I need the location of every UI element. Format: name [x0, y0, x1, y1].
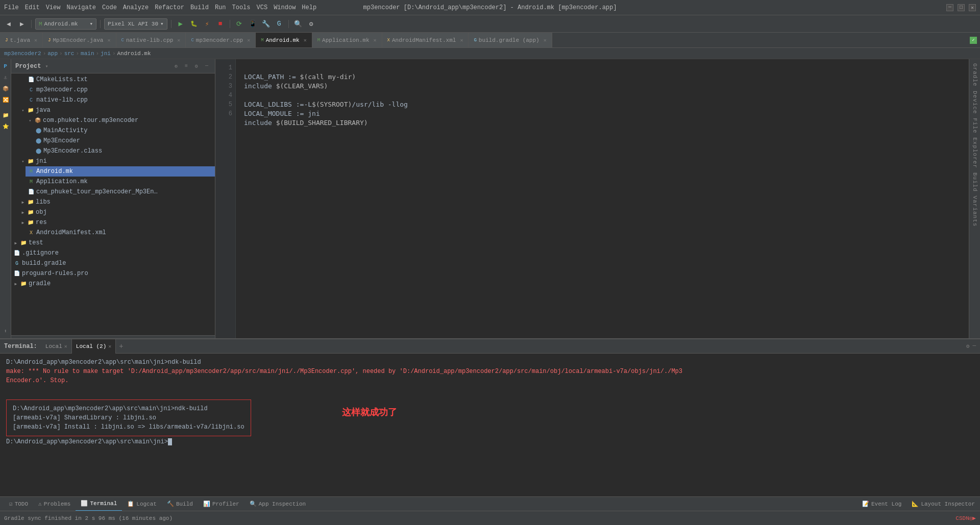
- breadcrumb-jni[interactable]: jni: [101, 51, 111, 57]
- sdk-button[interactable]: 🔧: [260, 18, 272, 30]
- bottom-tab-problems[interactable]: ⚠ Problems: [33, 497, 76, 511]
- menu-view[interactable]: View: [46, 4, 61, 11]
- left-icon-4[interactable]: 📁: [1, 110, 11, 120]
- tab-androidmanifest-xml[interactable]: X AndroidManifest.xml ✕: [382, 33, 469, 48]
- tree-item-mp3encoder-cpp[interactable]: C mp3encoder.cpp: [26, 85, 215, 95]
- tree-item-java-folder[interactable]: ▾ 📁 java: [18, 105, 215, 115]
- panel-tool-scope[interactable]: ⊕: [172, 62, 180, 70]
- menu-refactor[interactable]: Refactor: [155, 4, 184, 11]
- breadcrumb-src[interactable]: src: [64, 51, 75, 57]
- menu-navigate[interactable]: Navigate: [66, 4, 96, 11]
- tree-item-gradle-folder[interactable]: ▶ 📁 gradle: [11, 279, 215, 289]
- tab-build-gradle-app[interactable]: G build.gradle (app) ✕: [469, 33, 552, 48]
- right-sidebar-gradle[interactable]: Gradle: [971, 61, 979, 89]
- menu-vcs[interactable]: VCS: [257, 4, 268, 11]
- tree-item-package[interactable]: ▾ 📦 com.phuket.tour.mp3encoder: [26, 115, 215, 126]
- close-tab-native-lib-cpp[interactable]: ✕: [177, 37, 180, 43]
- close-tab-androidmanifest-xml[interactable]: ✕: [460, 37, 463, 43]
- tree-item-build-gradle[interactable]: G build.gradle: [11, 258, 215, 268]
- left-icon-6[interactable]: ⬆: [1, 326, 11, 336]
- csdn-label[interactable]: CSDN◎▶: [955, 515, 976, 521]
- tree-item-jni-header[interactable]: 📄 com_phuket_tour_mp3encoder_Mp3Enco...: [26, 187, 215, 197]
- right-sidebar-device-file-explorer[interactable]: Device File Explorer: [971, 89, 979, 170]
- tree-item-androidmanifest[interactable]: X AndroidManifest.xml: [26, 228, 215, 238]
- close-tab-build-gradle-app[interactable]: ✕: [544, 37, 547, 43]
- gradle-sync-status[interactable]: Gradle sync finished in 2 s 96 ms (16 mi…: [4, 515, 173, 521]
- bottom-tab-layout-inspector[interactable]: 📐 Layout Inspector: [906, 497, 980, 511]
- bottom-tab-build[interactable]: 🔨 Build: [162, 497, 198, 511]
- debug-button[interactable]: 🐛: [188, 18, 200, 30]
- tree-item-mp3encoder-class[interactable]: ⬤ Mp3Encoder: [33, 136, 215, 146]
- code-editor[interactable]: 1 2 3 4 5 6 LOCAL_PATH := $(call my-dir)…: [215, 59, 969, 338]
- close-tab-mp3encoder-java[interactable]: ✕: [107, 37, 110, 43]
- tab-mp3encoder-java[interactable]: J Mp3Encoder.java ✕: [43, 33, 116, 48]
- left-icon-5[interactable]: ⭐: [1, 121, 11, 132]
- minimize-button[interactable]: ─: [946, 4, 953, 11]
- bottom-tab-terminal[interactable]: ⬜ Terminal: [76, 497, 122, 511]
- close-tab-application-mk[interactable]: ✕: [374, 37, 377, 43]
- close-terminal-tab-local[interactable]: ✕: [64, 343, 67, 349]
- left-icon-project[interactable]: P: [1, 61, 11, 71]
- menu-file[interactable]: File: [4, 4, 19, 11]
- terminal-tab-local2[interactable]: Local (2) ✕: [72, 339, 116, 354]
- tree-item-mainactivity[interactable]: ⬤ MainActivity: [33, 126, 215, 136]
- breadcrumb-app[interactable]: app: [47, 51, 58, 57]
- tree-item-proguard[interactable]: 📄 proguard-rules.pro: [11, 268, 215, 279]
- menu-help[interactable]: Help: [302, 4, 316, 11]
- menu-tools[interactable]: Tools: [232, 4, 251, 11]
- file-dropdown[interactable]: M Android.mk ▾: [35, 18, 96, 30]
- tree-item-native-lib[interactable]: C native-lib.cpp: [26, 95, 215, 105]
- terminal-settings-button[interactable]: ⚙: [966, 343, 970, 349]
- search-everywhere-button[interactable]: 🔍: [292, 18, 304, 30]
- tree-item-res-folder[interactable]: ▶ 📁 res: [18, 217, 215, 228]
- bottom-tab-profiler[interactable]: 📊 Profiler: [198, 497, 244, 511]
- close-tab-t-java[interactable]: ✕: [34, 37, 37, 43]
- tab-t-java[interactable]: J t.java ✕: [0, 33, 43, 48]
- settings-button[interactable]: ⚙: [306, 18, 317, 30]
- menu-code[interactable]: Code: [102, 4, 117, 11]
- right-sidebar-build-variants[interactable]: Build Variants: [971, 170, 979, 229]
- close-tab-mp3encoder-cpp[interactable]: ✕: [247, 37, 250, 43]
- bottom-tab-todo[interactable]: ☑ TODO: [4, 497, 33, 511]
- left-icon-2[interactable]: 📦: [1, 84, 11, 94]
- tab-android-mk[interactable]: M Android.mk ✕: [256, 33, 312, 48]
- terminal-hide-button[interactable]: ─: [972, 343, 976, 349]
- config-dropdown[interactable]: Pixel XL API 30 ▾: [104, 18, 167, 30]
- tab-application-mk[interactable]: M Application.mk ✕: [312, 33, 382, 48]
- panel-tool-settings[interactable]: ⚙: [192, 62, 201, 70]
- tree-item-obj-folder[interactable]: ▶ 📁 obj: [18, 207, 215, 217]
- close-tab-android-mk[interactable]: ✕: [304, 37, 307, 43]
- run-button[interactable]: ▶: [175, 18, 186, 30]
- tree-item-test-folder[interactable]: ▶ 📁 test: [11, 238, 215, 248]
- tree-item-mp3encoder-classfile[interactable]: ⬤ Mp3Encoder.class: [33, 146, 215, 156]
- restore-button[interactable]: □: [958, 4, 965, 11]
- left-icon-1[interactable]: ⚓: [1, 72, 11, 83]
- menu-run[interactable]: Run: [215, 4, 226, 11]
- stop-button[interactable]: ■: [215, 18, 226, 30]
- tree-item-cmakelists[interactable]: 📄 CMakeLists.txt: [26, 74, 215, 85]
- tree-item-android-mk[interactable]: M Android.mk: [26, 166, 215, 177]
- breadcrumb-main[interactable]: main: [81, 51, 94, 57]
- menu-bar[interactable]: File Edit View Navigate Code Analyze Ref…: [4, 4, 316, 11]
- close-terminal-tab-local2[interactable]: ✕: [108, 343, 111, 349]
- panel-tool-hide[interactable]: ─: [203, 62, 211, 70]
- tree-item-application-mk[interactable]: M Application.mk: [26, 177, 215, 187]
- menu-analyze[interactable]: Analyze: [123, 4, 149, 11]
- breadcrumb-project[interactable]: mp3encoder2: [4, 51, 41, 57]
- panel-dropdown-arrow[interactable]: ▾: [45, 63, 48, 69]
- terminal-tab-local[interactable]: Local ✕: [41, 339, 72, 354]
- sync-button[interactable]: ⟳: [234, 18, 245, 30]
- bottom-tab-event-log[interactable]: 📝 Event Log: [857, 497, 906, 511]
- back-button[interactable]: ◀: [3, 18, 14, 30]
- close-button[interactable]: ✕: [969, 4, 976, 11]
- bottom-tab-app-inspection[interactable]: 🔍 App Inspection: [244, 497, 311, 511]
- terminal-body[interactable]: D:\Android_app\mp3encoder2\app\src\main\…: [0, 354, 980, 496]
- menu-build[interactable]: Build: [190, 4, 209, 11]
- gradle-button[interactable]: G: [274, 18, 285, 30]
- menu-window[interactable]: Window: [274, 4, 296, 11]
- tree-item-gitignore[interactable]: 📄 .gitignore: [11, 248, 215, 258]
- menu-edit[interactable]: Edit: [25, 4, 40, 11]
- profile-button[interactable]: ⚡: [202, 18, 213, 30]
- tree-item-libs-folder[interactable]: ▶ 📁 libs: [18, 197, 215, 207]
- tab-mp3encoder-cpp[interactable]: C mp3encoder.cpp ✕: [186, 33, 256, 48]
